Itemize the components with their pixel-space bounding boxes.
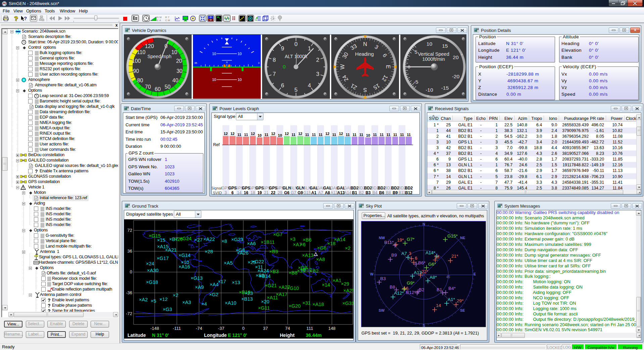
svg-text:60: 60 — [155, 86, 161, 92]
svg-text:7: 7 — [273, 71, 276, 77]
svg-text:10: 10 — [238, 78, 242, 82]
svg-text:2: 2 — [316, 57, 319, 63]
svg-text:6: 6 — [281, 82, 284, 89]
svg-text:5: 5 — [294, 87, 297, 93]
svg-text:10: 10 — [212, 78, 216, 82]
svg-text:-5: -5 — [414, 79, 418, 85]
svg-text:N: N — [363, 41, 367, 47]
svg-text:10: 10 — [427, 41, 433, 47]
svg-text:35: 35 — [194, 61, 197, 64]
svg-text:10: 10 — [171, 49, 177, 55]
svg-text:-20: -20 — [452, 74, 460, 79]
svg-text:0: 0 — [408, 64, 410, 70]
svg-text:Vertical Speed: Vertical Speed — [418, 51, 449, 57]
svg-text:S: S — [363, 87, 367, 93]
svg-text:3: 3 — [258, 61, 259, 64]
svg-text:?: ? — [24, 15, 27, 21]
svg-text:4: 4 — [308, 82, 311, 89]
svg-text:90: 90 — [133, 68, 139, 74]
svg-text:-15: -15 — [441, 85, 449, 91]
svg-text:10: 10 — [238, 52, 242, 56]
svg-text:5: 5 — [414, 49, 417, 55]
svg-text:80: 80 — [137, 78, 143, 83]
svg-text:70: 70 — [145, 84, 151, 90]
svg-text:8: 8 — [273, 57, 276, 63]
svg-text:3: 3 — [316, 71, 319, 77]
svg-text:100: 100 — [132, 58, 141, 64]
svg-text:0: 0 — [226, 61, 228, 64]
svg-text:0: 0 — [283, 64, 286, 70]
svg-text:0: 0 — [294, 41, 297, 47]
svg-text:1: 1 — [308, 45, 311, 52]
svg-text:30: 30 — [177, 68, 183, 74]
svg-text:20: 20 — [453, 54, 459, 60]
svg-text:15: 15 — [442, 43, 448, 49]
svg-text:110: 110 — [137, 49, 146, 55]
svg-text:50: 50 — [164, 84, 170, 90]
svg-text:1000ft/min: 1000ft/min — [422, 56, 445, 62]
svg-text:40: 40 — [172, 78, 179, 83]
svg-text:20: 20 — [176, 58, 182, 64]
svg-text:E: E — [385, 65, 391, 69]
svg-text:Heading: Heading — [355, 51, 374, 57]
svg-text:-10: -10 — [426, 87, 433, 93]
svg-text:W: W — [339, 64, 345, 70]
svg-text:10: 10 — [212, 52, 216, 56]
svg-text:120: 120 — [145, 43, 154, 49]
svg-text:Speed mph: Speed mph — [147, 54, 171, 59]
svg-text:9: 9 — [281, 45, 284, 52]
